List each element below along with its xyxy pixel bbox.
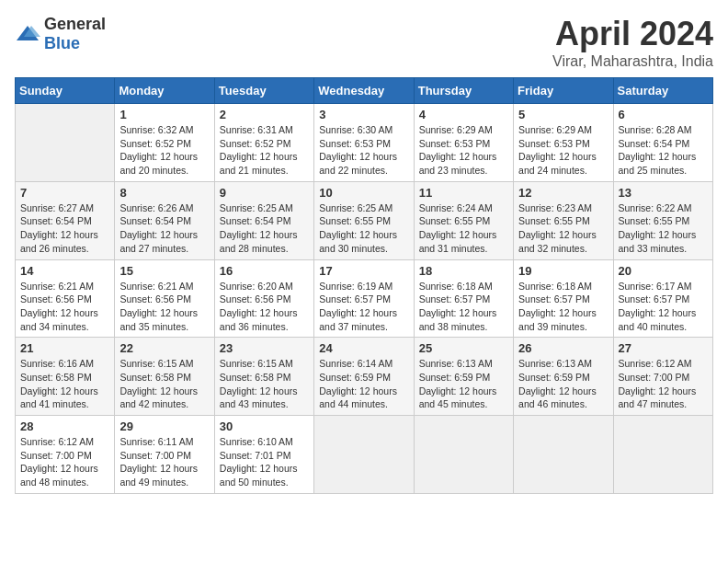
day-info: Sunrise: 6:12 AMSunset: 7:00 PMDaylight:…	[20, 435, 109, 489]
calendar-cell: 16Sunrise: 6:20 AMSunset: 6:56 PMDayligh…	[214, 259, 313, 338]
calendar-header-thursday: Thursday	[414, 78, 513, 104]
day-info: Sunrise: 6:27 AMSunset: 6:54 PMDaylight:…	[20, 201, 109, 256]
logo-blue: Blue	[44, 34, 80, 52]
calendar-header-monday: Monday	[115, 78, 214, 104]
day-info: Sunrise: 6:25 AMSunset: 6:54 PMDaylight:…	[220, 201, 309, 256]
day-info: Sunrise: 6:13 AMSunset: 6:59 PMDaylight:…	[518, 357, 608, 411]
calendar-cell: 27Sunrise: 6:12 AMSunset: 7:00 PMDayligh…	[613, 338, 712, 416]
day-info: Sunrise: 6:18 AMSunset: 6:57 PMDaylight:…	[419, 280, 508, 334]
day-info: Sunrise: 6:20 AMSunset: 6:56 PMDaylight:…	[220, 280, 309, 334]
calendar-cell: 30Sunrise: 6:10 AMSunset: 7:01 PMDayligh…	[214, 416, 313, 494]
calendar-cell	[414, 416, 513, 494]
calendar-cell: 8Sunrise: 6:26 AMSunset: 6:54 PMDaylight…	[115, 181, 214, 259]
calendar-week-row: 21Sunrise: 6:16 AMSunset: 6:58 PMDayligh…	[16, 338, 713, 416]
calendar-cell: 26Sunrise: 6:13 AMSunset: 6:59 PMDayligh…	[514, 338, 613, 416]
day-info: Sunrise: 6:23 AMSunset: 6:55 PMDaylight:…	[518, 201, 608, 256]
day-number: 1	[119, 108, 209, 121]
location-title: Virar, Maharashtra, India	[552, 53, 713, 70]
day-number: 18	[419, 264, 508, 278]
day-info: Sunrise: 6:25 AMSunset: 6:55 PMDaylight:…	[319, 201, 408, 256]
day-info: Sunrise: 6:18 AMSunset: 6:57 PMDaylight:…	[518, 280, 608, 334]
calendar-cell: 3Sunrise: 6:30 AMSunset: 6:53 PMDaylight…	[314, 104, 414, 182]
calendar-header-tuesday: Tuesday	[214, 78, 313, 104]
day-number: 17	[319, 264, 408, 278]
calendar-cell: 20Sunrise: 6:17 AMSunset: 6:57 PMDayligh…	[613, 259, 712, 338]
day-number: 14	[20, 264, 109, 278]
calendar-cell: 2Sunrise: 6:31 AMSunset: 6:52 PMDaylight…	[214, 104, 313, 182]
month-title: April 2024	[552, 15, 713, 53]
calendar-cell: 15Sunrise: 6:21 AMSunset: 6:56 PMDayligh…	[115, 259, 214, 338]
day-number: 4	[419, 108, 508, 121]
calendar-cell: 11Sunrise: 6:24 AMSunset: 6:55 PMDayligh…	[414, 181, 513, 259]
day-number: 26	[518, 341, 608, 355]
day-info: Sunrise: 6:11 AMSunset: 7:00 PMDaylight:…	[119, 435, 209, 489]
day-info: Sunrise: 6:31 AMSunset: 6:52 PMDaylight:…	[220, 123, 309, 178]
day-number: 20	[619, 264, 708, 278]
calendar-cell: 23Sunrise: 6:15 AMSunset: 6:58 PMDayligh…	[214, 338, 313, 416]
calendar-cell: 10Sunrise: 6:25 AMSunset: 6:55 PMDayligh…	[314, 181, 414, 259]
calendar-week-row: 1Sunrise: 6:32 AMSunset: 6:52 PMDaylight…	[16, 104, 713, 182]
calendar-cell: 19Sunrise: 6:18 AMSunset: 6:57 PMDayligh…	[514, 259, 613, 338]
logo: General Blue	[15, 15, 106, 53]
day-number: 10	[319, 186, 408, 200]
calendar-cell: 17Sunrise: 6:19 AMSunset: 6:57 PMDayligh…	[314, 259, 414, 338]
day-info: Sunrise: 6:26 AMSunset: 6:54 PMDaylight:…	[119, 201, 209, 256]
calendar-header-wednesday: Wednesday	[314, 78, 414, 104]
day-number: 21	[20, 341, 109, 355]
calendar-cell: 12Sunrise: 6:23 AMSunset: 6:55 PMDayligh…	[514, 181, 613, 259]
calendar-header-sunday: Sunday	[16, 78, 115, 104]
day-info: Sunrise: 6:21 AMSunset: 6:56 PMDaylight:…	[119, 280, 209, 334]
calendar-cell	[16, 104, 115, 182]
day-number: 19	[518, 264, 608, 278]
day-number: 27	[619, 341, 708, 355]
logo-text: General Blue	[44, 15, 106, 53]
calendar-week-row: 7Sunrise: 6:27 AMSunset: 6:54 PMDaylight…	[16, 181, 713, 259]
calendar-cell: 25Sunrise: 6:13 AMSunset: 6:59 PMDayligh…	[414, 338, 513, 416]
day-number: 16	[220, 264, 309, 278]
day-number: 5	[518, 108, 608, 121]
day-info: Sunrise: 6:30 AMSunset: 6:53 PMDaylight:…	[319, 123, 408, 178]
day-info: Sunrise: 6:22 AMSunset: 6:55 PMDaylight:…	[619, 201, 708, 256]
calendar-cell: 6Sunrise: 6:28 AMSunset: 6:54 PMDaylight…	[613, 104, 712, 182]
day-number: 6	[619, 108, 708, 121]
day-info: Sunrise: 6:29 AMSunset: 6:53 PMDaylight:…	[518, 123, 608, 178]
calendar-cell: 13Sunrise: 6:22 AMSunset: 6:55 PMDayligh…	[613, 181, 712, 259]
calendar-cell: 1Sunrise: 6:32 AMSunset: 6:52 PMDaylight…	[115, 104, 214, 182]
day-info: Sunrise: 6:28 AMSunset: 6:54 PMDaylight:…	[619, 123, 708, 178]
day-info: Sunrise: 6:13 AMSunset: 6:59 PMDaylight:…	[419, 357, 508, 411]
calendar-cell: 28Sunrise: 6:12 AMSunset: 7:00 PMDayligh…	[16, 416, 115, 494]
day-info: Sunrise: 6:10 AMSunset: 7:01 PMDaylight:…	[220, 435, 309, 489]
day-number: 25	[419, 341, 508, 355]
calendar-cell: 4Sunrise: 6:29 AMSunset: 6:53 PMDaylight…	[414, 104, 513, 182]
day-number: 29	[119, 419, 209, 433]
page-header: General Blue April 2024 Virar, Maharasht…	[15, 15, 713, 70]
day-number: 7	[20, 186, 109, 200]
day-number: 11	[419, 186, 508, 200]
calendar-table: SundayMondayTuesdayWednesdayThursdayFrid…	[15, 77, 713, 494]
day-number: 12	[518, 186, 608, 200]
day-number: 3	[319, 108, 408, 121]
day-info: Sunrise: 6:14 AMSunset: 6:59 PMDaylight:…	[319, 357, 408, 411]
calendar-cell: 22Sunrise: 6:15 AMSunset: 6:58 PMDayligh…	[115, 338, 214, 416]
day-number: 9	[220, 186, 309, 200]
day-info: Sunrise: 6:19 AMSunset: 6:57 PMDaylight:…	[319, 280, 408, 334]
day-number: 2	[220, 108, 309, 121]
title-area: April 2024 Virar, Maharashtra, India	[552, 15, 713, 70]
day-number: 23	[220, 341, 309, 355]
day-info: Sunrise: 6:16 AMSunset: 6:58 PMDaylight:…	[20, 357, 109, 411]
calendar-cell: 24Sunrise: 6:14 AMSunset: 6:59 PMDayligh…	[314, 338, 414, 416]
calendar-cell: 18Sunrise: 6:18 AMSunset: 6:57 PMDayligh…	[414, 259, 513, 338]
day-info: Sunrise: 6:15 AMSunset: 6:58 PMDaylight:…	[220, 357, 309, 411]
calendar-cell: 5Sunrise: 6:29 AMSunset: 6:53 PMDaylight…	[514, 104, 613, 182]
calendar-week-row: 28Sunrise: 6:12 AMSunset: 7:00 PMDayligh…	[16, 416, 713, 494]
day-info: Sunrise: 6:12 AMSunset: 7:00 PMDaylight:…	[619, 357, 708, 411]
day-info: Sunrise: 6:24 AMSunset: 6:55 PMDaylight:…	[419, 201, 508, 256]
calendar-cell: 21Sunrise: 6:16 AMSunset: 6:58 PMDayligh…	[16, 338, 115, 416]
day-info: Sunrise: 6:29 AMSunset: 6:53 PMDaylight:…	[419, 123, 508, 178]
day-info: Sunrise: 6:21 AMSunset: 6:56 PMDaylight:…	[20, 280, 109, 334]
calendar-header-friday: Friday	[514, 78, 613, 104]
logo-icon	[15, 24, 40, 44]
day-info: Sunrise: 6:15 AMSunset: 6:58 PMDaylight:…	[119, 357, 209, 411]
day-number: 30	[220, 419, 309, 433]
calendar-cell	[613, 416, 712, 494]
